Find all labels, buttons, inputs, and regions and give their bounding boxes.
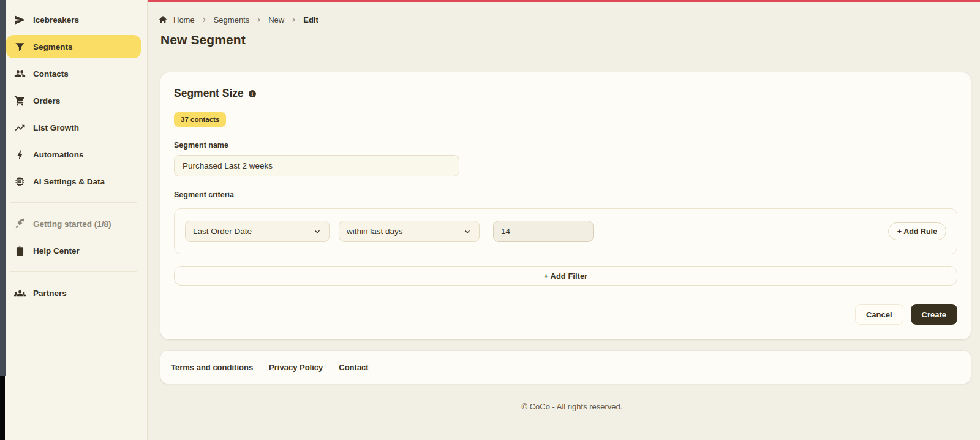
cancel-button[interactable]: Cancel <box>855 304 903 325</box>
sidebar-item-orders[interactable]: Orders <box>6 87 141 114</box>
trend-up-icon <box>13 121 26 134</box>
sidebar-item-label: AI Settings & Data <box>33 177 105 186</box>
segment-name-input[interactable] <box>174 155 459 176</box>
chevron-right-icon <box>200 16 208 24</box>
sidebar-item-label: Automations <box>33 150 84 159</box>
sidebar-item-getting-started[interactable]: Getting started (1/8) <box>6 210 141 237</box>
sidebar-item-ai-settings[interactable]: AI Settings & Data <box>6 168 141 195</box>
breadcrumb-home[interactable]: Home <box>173 15 195 25</box>
rule-operator-value: within last days <box>347 227 403 236</box>
sidebar-item-label: Partners <box>33 289 67 298</box>
rule-field-select[interactable]: Last Order Date <box>185 221 330 242</box>
sidebar-item-icebreakers[interactable]: Icebreakers <box>6 6 141 33</box>
add-filter-button[interactable]: + Add Filter <box>174 266 957 286</box>
page-title: New Segment <box>160 32 971 47</box>
breadcrumb-edit: Edit <box>303 15 318 25</box>
chip-icon <box>13 175 26 188</box>
footer-links-card: Terms and conditions Privacy Policy Cont… <box>160 351 971 384</box>
sidebar-item-contacts[interactable]: Contacts <box>6 60 141 87</box>
sidebar-item-automations[interactable]: Automations <box>6 141 141 168</box>
add-rule-button[interactable]: + Add Rule <box>888 222 946 240</box>
clipboard-icon <box>13 245 26 257</box>
breadcrumb-segments[interactable]: Segments <box>214 15 250 25</box>
home-icon[interactable] <box>158 15 168 25</box>
breadcrumb-new[interactable]: New <box>268 15 284 25</box>
segment-card: Segment Size i 37 contacts Segment name … <box>160 72 971 339</box>
segment-name-label: Segment name <box>174 141 957 150</box>
rule-operator-select[interactable]: within last days <box>339 221 480 242</box>
segment-criteria-label: Segment criteria <box>174 191 957 199</box>
send-icon <box>13 13 26 26</box>
sidebar-divider <box>10 271 137 272</box>
create-button[interactable]: Create <box>911 304 957 325</box>
sidebar-item-partners[interactable]: Partners <box>6 279 141 306</box>
rule-value-input[interactable] <box>493 221 594 242</box>
people-icon <box>13 67 26 80</box>
sidebar-item-label: Icebreakers <box>33 15 79 25</box>
sidebar-item-segments[interactable]: Segments <box>6 35 141 58</box>
main-content: Home Segments New Edit New Segment Segme… <box>148 0 980 440</box>
sidebar-item-label: Segments <box>33 42 73 51</box>
criteria-rule-row: Last Order Date within last days + Add R… <box>174 208 957 254</box>
sidebar-item-label: List Growth <box>33 123 79 132</box>
sidebar-item-help-center[interactable]: Help Center <box>6 237 141 264</box>
chevron-down-icon <box>457 227 472 236</box>
breadcrumb: Home Segments New Edit <box>158 15 971 25</box>
sidebar-item-list-growth[interactable]: List Growth <box>6 114 141 141</box>
bolt-icon <box>13 148 26 161</box>
sidebar-item-label: Orders <box>33 96 60 105</box>
progress-bar <box>148 0 980 2</box>
sidebar-item-label: Getting started (1/8) <box>33 219 111 229</box>
sidebar-item-label: Contacts <box>33 69 69 78</box>
chevron-right-icon <box>255 16 263 24</box>
cart-icon <box>13 94 26 107</box>
terms-link[interactable]: Terms and conditions <box>171 363 253 372</box>
filter-icon <box>13 40 26 53</box>
chevron-right-icon <box>290 16 298 24</box>
rocket-icon <box>13 218 26 230</box>
sidebar: Icebreakers Segments Contacts Orders Lis… <box>0 0 148 440</box>
rule-field-value: Last Order Date <box>193 227 252 236</box>
group-icon <box>13 287 26 299</box>
sidebar-item-label: Help Center <box>33 246 80 256</box>
window-edge-strip-slate <box>0 0 6 376</box>
segment-size-heading: Segment Size <box>174 87 244 100</box>
contact-link[interactable]: Contact <box>339 363 368 372</box>
copyright-text: © CoCo - All rights reserved. <box>160 402 980 411</box>
window-edge-strip-black <box>0 376 5 440</box>
privacy-link[interactable]: Privacy Policy <box>269 363 323 372</box>
segment-size-badge: 37 contacts <box>174 112 226 127</box>
sidebar-divider <box>10 202 137 203</box>
chevron-down-icon <box>307 227 322 236</box>
info-icon[interactable]: i <box>249 90 256 97</box>
